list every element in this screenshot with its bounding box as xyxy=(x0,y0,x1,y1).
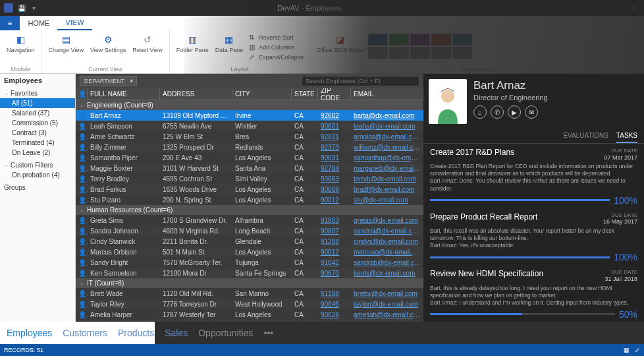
color-swatch[interactable] xyxy=(368,34,388,45)
table-row[interactable]: 👤Arnie Schwartz125 W Elm StBreaCA92821ar… xyxy=(76,131,423,142)
tab-evaluations[interactable]: EVALUATIONS xyxy=(563,129,608,143)
nav-products[interactable]: Products xyxy=(118,328,154,338)
nav-employees[interactable]: Employees xyxy=(7,328,52,338)
sidebar-item[interactable]: Terminated (4) xyxy=(0,138,75,148)
office-theme-button[interactable]: ◪Office 2019 White xyxy=(314,32,366,65)
group-row[interactable]: ⌄Engineering (Count=9) xyxy=(76,100,423,110)
qat-save-icon[interactable]: 💾 xyxy=(17,3,26,13)
table-row[interactable]: 👤Amelia Harper1787 Westerly TerLos Angel… xyxy=(76,309,423,320)
close-button[interactable]: ✕ xyxy=(623,0,644,16)
table-row[interactable]: 👤Ken Samuelson12100 Mora DrSanta Fe Spri… xyxy=(76,268,423,278)
add-columns-button[interactable]: ▥Add Columns xyxy=(247,43,306,52)
group-row[interactable]: ⌄Human Resources (Count=6) xyxy=(76,205,423,215)
table-row[interactable]: 👤Sandy Bright7570 McGroarty Ter.TujungaC… xyxy=(76,257,423,268)
table-row[interactable]: 👤Terry Bradley4595 Cochran StSimi Valley… xyxy=(76,173,423,184)
reset-view-button[interactable]: ↺Reset View xyxy=(130,32,165,65)
sidebar-item[interactable]: Commission (5) xyxy=(0,118,75,128)
task-item[interactable]: Review New HDMI SpecificationDUE DATE31 … xyxy=(430,269,637,320)
tab-tasks[interactable]: TASKS xyxy=(616,129,637,143)
table-row[interactable]: 👤Billy Zimmer1325 Prospect DrRedlandsCA9… xyxy=(76,142,423,152)
color-swatch[interactable] xyxy=(431,34,451,45)
table-row[interactable]: 👤Taylor Riley7776 Torreyson DrWest Holly… xyxy=(76,299,423,309)
ribbon-group-appearance: ◪Office 2019 White Appearance xyxy=(310,30,644,73)
maximize-button[interactable]: ▢ xyxy=(602,0,623,16)
person-icon: 👤 xyxy=(76,196,88,204)
col-icon[interactable]: 👤 xyxy=(76,88,88,100)
sidebar-item[interactable]: All (51) xyxy=(0,98,75,108)
color-swatch[interactable] xyxy=(389,34,409,45)
nav-sales[interactable]: Sales xyxy=(165,328,188,338)
mail-icon[interactable]: ✉ xyxy=(525,105,538,119)
table-row[interactable]: 👤Brad Farkus1635 Woods DriveLos AngelesC… xyxy=(76,184,423,194)
color-swatch[interactable] xyxy=(410,34,430,45)
color-swatch[interactable] xyxy=(431,47,451,59)
data-pane-button[interactable]: ▦Data Pane xyxy=(213,32,246,65)
sidebar-item[interactable]: On probation (4) xyxy=(0,170,75,180)
expand-collapse-button[interactable]: ⤢Expand/Collapse xyxy=(247,53,306,62)
view-settings-button[interactable]: ⚙View Settings xyxy=(88,32,128,65)
svg-point-0 xyxy=(441,90,454,103)
table-row[interactable]: 👤Bart Arnaz13109 Old Mypford Rd.IrvineCA… xyxy=(76,110,423,121)
tab-view[interactable]: VIEW xyxy=(57,16,92,30)
color-swatch[interactable] xyxy=(452,47,472,59)
group-label-layout: Layout xyxy=(174,65,306,73)
department-dropdown[interactable]: DEPARTMENT xyxy=(80,76,137,86)
minimize-button[interactable]: — xyxy=(581,0,602,16)
table-row[interactable]: 👤Samantha Piper200 E Ave 43Los AngelesCA… xyxy=(76,152,423,163)
nav-opportunities[interactable]: Opportunities xyxy=(198,328,253,338)
custom-filters-toggle[interactable]: ⌄Custom Filters xyxy=(0,160,75,170)
col-email[interactable]: EMAIL xyxy=(351,88,423,100)
col-zip[interactable]: ZIP CODE xyxy=(318,88,351,100)
folder-pane-button[interactable]: ▥Folder Pane xyxy=(174,32,211,65)
nav-customers[interactable]: Customers xyxy=(63,328,107,338)
color-swatch[interactable] xyxy=(452,34,472,45)
task-item[interactable]: Create 2017 R&D PlansDUE DATE07 Mar 2017… xyxy=(430,148,637,206)
person-icon: 👤 xyxy=(76,301,88,308)
grid-panel: DEPARTMENT 👤 FULL NAME ADDRESS CITY STAT… xyxy=(76,74,423,322)
qat-dropdown-icon[interactable]: ▾ xyxy=(29,3,38,13)
expand-icon: ⤢ xyxy=(249,53,257,61)
phone-icon[interactable]: ✆ xyxy=(491,105,504,119)
file-tab[interactable]: ≡ xyxy=(0,16,20,30)
table-row[interactable]: 👤Marcus Orbison501 N Main St.Los Angeles… xyxy=(76,247,423,257)
search-input[interactable] xyxy=(301,76,419,86)
ribbon-group-layout: ▥Folder Pane ▦Data Pane ⇅Reverse Sort ▥A… xyxy=(170,30,311,73)
task-item[interactable]: Prepare Product Recall ReportDUE DATE16 … xyxy=(430,212,637,263)
titlebar: 💾 ▾ DevAV - Employees — ▢ ✕ xyxy=(0,0,644,16)
video-icon[interactable]: ▶ xyxy=(508,105,521,119)
status-zoom-icon[interactable]: ⤢ xyxy=(635,347,640,353)
table-row[interactable]: 👤Greta Sims1700 S Grandview Dr.AlhambraC… xyxy=(76,215,423,225)
tab-home[interactable]: HOME xyxy=(20,16,57,30)
table-row[interactable]: 👤Stu Pizaro200 N. Spring St.Los AngelesC… xyxy=(76,194,423,205)
reverse-sort-button[interactable]: ⇅Reverse Sort xyxy=(247,33,306,42)
color-swatch[interactable] xyxy=(368,47,388,59)
person-icon: 👤 xyxy=(76,144,88,151)
col-city[interactable]: CITY xyxy=(232,88,292,100)
table-row[interactable]: 👤Leah Simpson6755 Newlin AveWhittierCA90… xyxy=(76,121,423,131)
sidebar-item[interactable]: Contract (3) xyxy=(0,128,75,138)
chevron-down-icon: ⌄ xyxy=(4,90,9,96)
home-icon[interactable]: ⌂ xyxy=(473,105,487,119)
nav-more[interactable]: ••• xyxy=(264,328,274,338)
table-row[interactable]: 👤Sandra Johnson4600 N Virginia Rd.Long B… xyxy=(76,225,423,236)
columns-icon: ▥ xyxy=(249,44,257,51)
records-count: RECORDS: 51 xyxy=(4,347,43,353)
col-address[interactable]: ADDRESS xyxy=(160,88,232,100)
group-label-appearance: Appearance xyxy=(314,65,639,73)
table-row[interactable]: 👤Maggie Boxter3101 W Harvard StSanta Ana… xyxy=(76,163,423,173)
favorites-toggle[interactable]: ⌄Favorites xyxy=(0,88,75,98)
table-row[interactable]: 👤Cindy Stanwick2211 Bonita Dr.GlendaleCA… xyxy=(76,236,423,247)
theme-icon: ◪ xyxy=(334,33,347,46)
groups-toggle[interactable]: Groups xyxy=(0,183,75,193)
change-view-button[interactable]: ▤Change View xyxy=(46,32,86,65)
table-row[interactable]: 👤Brett Wade1120 Old Mill Rd.San MarinoCA… xyxy=(76,288,423,299)
col-fullname[interactable]: FULL NAME xyxy=(88,88,160,100)
color-swatch[interactable] xyxy=(410,47,430,59)
col-state[interactable]: STATE xyxy=(292,88,318,100)
sidebar-item[interactable]: Salaried (37) xyxy=(0,108,75,118)
status-view-icon[interactable]: ▦ xyxy=(624,347,630,353)
navigation-button[interactable]: ◧ Navigation xyxy=(4,32,38,65)
sidebar-item[interactable]: On Leave (2) xyxy=(0,148,75,158)
group-row[interactable]: ⌄IT (Count=8) xyxy=(76,278,423,288)
color-swatch[interactable] xyxy=(389,47,409,59)
